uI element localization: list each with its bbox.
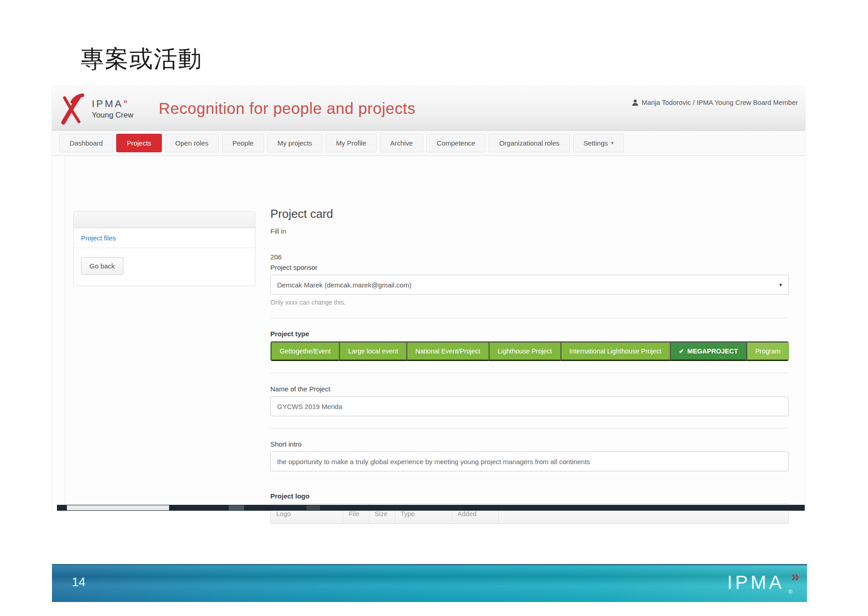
nav-tab[interactable]: Settings ▾ <box>573 134 624 152</box>
dropdown-caret-icon: ▼ <box>778 282 783 287</box>
project-name-label: Name of the Project <box>270 385 789 393</box>
nav-tab[interactable]: Projects ▾ <box>116 134 161 152</box>
app-screenshot: IPMA» Young Crew Recognition for people … <box>52 87 805 511</box>
chevron-down-icon: ▾ <box>611 140 614 146</box>
short-intro-input[interactable] <box>270 451 789 471</box>
sidebar-panel-header <box>74 212 255 228</box>
scrollbar-thumb[interactable] <box>229 505 244 510</box>
project-card-form: Project card Fill in 206 Project sponsor… <box>270 156 805 505</box>
brand: IPMA» Young Crew <box>58 91 133 126</box>
brand-subtitle: Young Crew <box>92 111 133 120</box>
nav-tab[interactable]: People ▾ <box>222 134 264 152</box>
divider <box>270 428 789 428</box>
project-logo-label: Project logo <box>270 492 789 500</box>
sponsor-help-text: Only xxxx can change this. <box>270 299 789 306</box>
project-type-button[interactable]: ✔ Gettogethe/Event <box>271 342 339 361</box>
project-type-button[interactable]: ✔ International Lighthouse Project <box>561 342 670 361</box>
content-left-divider <box>65 156 65 505</box>
scrollbar-thumb[interactable] <box>307 505 320 510</box>
user-name: Marija Todorovic / IPMA Young Crew Board… <box>642 99 798 106</box>
brand-chevron-icon: » <box>123 97 127 105</box>
sponsor-label: Project sponsor <box>270 263 789 271</box>
slide: 專案或活動 IPMA» Young Crew Recognition for p… <box>0 0 868 616</box>
horizontal-scrollbar[interactable] <box>57 505 805 511</box>
divider <box>270 373 789 373</box>
user-icon <box>632 99 639 106</box>
scrollbar-track-segment <box>67 505 169 510</box>
page-number: 14 <box>72 575 85 589</box>
nav-tab[interactable]: Open roles ▾ <box>165 134 219 152</box>
nav-tab[interactable]: Archive ▾ <box>380 134 423 152</box>
sidebar-item-project-files[interactable]: Project files <box>74 228 255 248</box>
ipma-footer-logo: IPMA » ® <box>727 572 784 593</box>
ipma-chevrons-icon: » <box>791 567 795 585</box>
project-type-button[interactable]: ✔ Program <box>746 342 788 361</box>
slide-title: 專案或活動 <box>80 43 203 75</box>
project-type-button[interactable]: ✔ MEGAPROJECT <box>670 342 746 361</box>
project-type-button-group: ✔ Gettogethe/Event ✔ Large local event ✔… <box>270 341 789 361</box>
record-id: 206 <box>270 253 789 261</box>
project-type-button[interactable]: ✔ National Event/Project <box>406 342 489 361</box>
brand-name: IPMA» <box>92 97 133 110</box>
ipma-young-crew-logo-icon <box>58 91 87 126</box>
sidebar-panel: Project files Go back <box>73 211 255 286</box>
sidebar: Project files Go back <box>52 156 270 505</box>
nav-tab[interactable]: Competence ▾ <box>426 134 486 152</box>
project-type-label: Project type <box>270 330 789 338</box>
project-name-input[interactable] <box>270 396 789 416</box>
content-area: Project files Go back Project card Fill … <box>52 156 805 505</box>
project-type-button[interactable]: ✔ Lighthouse Project <box>489 342 561 361</box>
nav-tab[interactable]: My Profile ▾ <box>326 134 377 152</box>
sponsor-selected-value: Demcak Marek (demcak.marek@gmail.com) <box>277 281 411 289</box>
registered-mark: ® <box>788 588 793 595</box>
project-type-button[interactable]: ✔ Large local event <box>339 342 406 361</box>
page-title: Project card <box>270 207 789 221</box>
app-title: Recognition for people and projects <box>159 99 415 118</box>
short-intro-label: Short intro <box>270 440 789 448</box>
form-subtitle: Fill in <box>270 227 789 235</box>
check-icon: ✔ <box>679 348 684 355</box>
main-nav: Dashboard ▾ Projects ▾ Open roles ▾ Peop… <box>52 131 805 156</box>
slide-footer: 14 IPMA » ® <box>52 564 807 602</box>
user-menu[interactable]: Marija Todorovic / IPMA Young Crew Board… <box>632 99 798 106</box>
nav-tab[interactable]: Organizational roles ▾ <box>489 134 570 152</box>
app-header: IPMA» Young Crew Recognition for people … <box>52 87 805 131</box>
project-sponsor-select[interactable]: Demcak Marek (demcak.marek@gmail.com) ▼ <box>270 275 789 295</box>
go-back-button[interactable]: Go back <box>81 257 123 275</box>
divider <box>270 318 789 318</box>
nav-tab[interactable]: My projects ▾ <box>267 134 323 152</box>
nav-tab[interactable]: Dashboard ▾ <box>59 134 113 152</box>
